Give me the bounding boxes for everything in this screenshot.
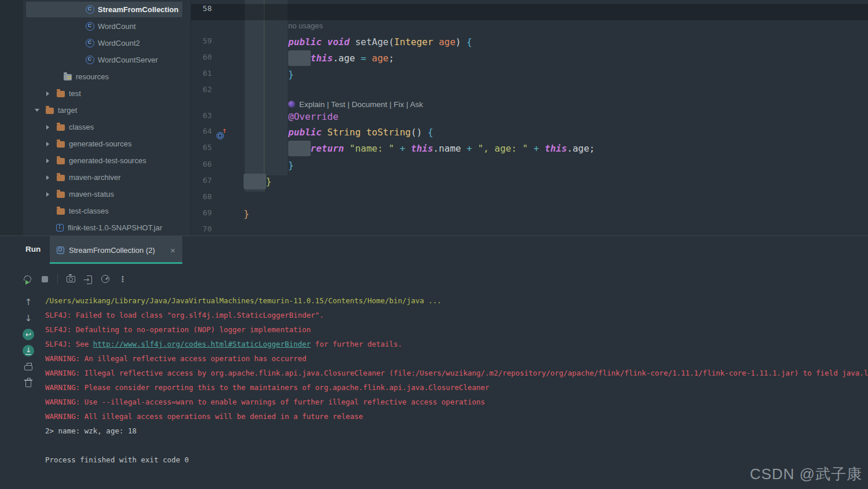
printer-icon	[24, 365, 32, 370]
console-toolbar: ↑ ↓ ↩ ↓	[22, 294, 35, 391]
folder-icon	[56, 190, 65, 198]
chevron-right-icon[interactable]	[44, 175, 52, 180]
console-line: WARNING: Illegal reflective access by or…	[45, 366, 868, 380]
run-panel-title: Run	[25, 245, 41, 253]
code-editor[interactable]: 58596061626364656667686970 no usages Exp…	[191, 0, 868, 236]
tree-item[interactable]: CStreamFromCollection	[0, 1, 190, 18]
code-line: }	[244, 208, 249, 225]
class-icon: C	[85, 39, 94, 47]
tree-item-label: generated-test-sources	[69, 156, 146, 165]
console-line: WARNING: An illegal reflective access op…	[45, 351, 868, 366]
console-line	[45, 438, 868, 453]
down-stack-button[interactable]: ↓	[22, 310, 35, 326]
line-number: 61	[191, 69, 212, 85]
tree-item[interactable]: CWordCountServer	[0, 52, 190, 68]
line-number: 59	[191, 36, 212, 53]
tree-item[interactable]: resources	[0, 68, 190, 85]
folder-icon	[56, 123, 65, 131]
tree-item[interactable]: maven-archiver	[0, 169, 190, 186]
soft-wrap-button[interactable]: ↩	[22, 326, 35, 343]
folder-icon	[56, 140, 65, 148]
up-stack-button[interactable]: ↑	[22, 294, 35, 310]
tree-item[interactable]: CWordCount	[0, 18, 190, 35]
tree-item[interactable]: test	[0, 85, 190, 102]
run-tab-label: StreamFromCollection (2)	[69, 246, 155, 255]
tree-item[interactable]: test-classes	[0, 203, 190, 219]
tree-item[interactable]: generated-sources	[0, 135, 190, 152]
tree-item-label: resources	[76, 72, 109, 81]
tree-item[interactable]: flink-test-1.0-SNAPSHOT.jar	[0, 219, 190, 236]
jar-icon	[55, 224, 64, 231]
code-line: }	[244, 176, 271, 192]
scroll-to-end-button[interactable]: ↓	[22, 343, 35, 359]
more-options-button[interactable]	[115, 271, 130, 286]
resources-folder-icon	[63, 73, 72, 80]
tree-item[interactable]: maven-status	[0, 186, 190, 203]
tree-item-label: flink-test-1.0-SNAPSHOT.jar	[68, 223, 162, 232]
profiler-button[interactable]	[98, 271, 113, 286]
console-line: WARNING: Use --illegal-access=warn to en…	[45, 395, 868, 409]
override-method-gutter-icon[interactable]	[216, 130, 227, 140]
line-number: 62	[191, 85, 212, 101]
rerun-button[interactable]	[20, 271, 35, 286]
console-output[interactable]: /Users/wuzikang/Library/Java/JavaVirtual…	[45, 293, 868, 489]
chevron-right-icon[interactable]	[44, 125, 52, 130]
trash-icon	[25, 381, 31, 387]
console-link[interactable]: http://www.slf4j.org/codes.html#StaticLo…	[93, 340, 311, 348]
code-area[interactable]: } public void setAge(Integer age) { this…	[244, 0, 868, 236]
chevron-right-icon[interactable]	[44, 159, 52, 163]
run-config-icon	[57, 247, 64, 254]
print-button[interactable]	[22, 359, 35, 375]
class-icon: C	[85, 5, 94, 14]
code-line: public String toString() {	[244, 127, 433, 143]
jump-to-source-button[interactable]	[80, 271, 95, 286]
folder-icon	[56, 174, 65, 181]
soft-wrap-icon: ↩	[23, 329, 34, 340]
console-line: SLF4J: See http://www.slf4j.org/codes.ht…	[45, 337, 868, 351]
tree-item-label: target	[58, 106, 77, 115]
tree-item[interactable]: target	[0, 102, 190, 119]
stop-button[interactable]	[37, 271, 52, 286]
code-line: public void setAge(Integer age) {	[244, 36, 472, 53]
project-tree: CStreamFromCollectionCWordCountCWordCoun…	[0, 1, 190, 236]
code-line: this.age = age;	[244, 53, 394, 69]
code-line: @Override	[244, 111, 339, 127]
tree-item-label: WordCount	[98, 22, 136, 31]
line-number: 65	[191, 143, 212, 159]
line-number: 58	[191, 4, 212, 20]
close-tab-icon[interactable]: ×	[170, 246, 175, 255]
tree-item-label: WordCountServer	[98, 56, 158, 64]
run-tab[interactable]: StreamFromCollection (2) ×	[50, 236, 182, 264]
project-sidebar: CStreamFromCollectionCWordCountCWordCoun…	[0, 0, 191, 236]
tree-item-label: StreamFromCollection	[98, 5, 178, 14]
console-line: WARNING: All illegal access operations w…	[45, 409, 868, 424]
editor-gutter[interactable]: 58596061626364656667686970	[191, 0, 243, 236]
line-number: 60	[191, 53, 212, 69]
tree-item-label: maven-archiver	[69, 173, 121, 182]
chevron-right-icon[interactable]	[44, 192, 52, 197]
code-line: }	[244, 0, 294, 4]
folder-icon	[45, 106, 54, 114]
chevron-right-icon[interactable]	[44, 91, 52, 96]
clear-console-button[interactable]	[22, 375, 35, 391]
line-number: 68	[191, 192, 212, 208]
console-line: WARNING: Please consider reporting this …	[45, 380, 868, 395]
line-number: 66	[191, 160, 212, 176]
console-line: Process finished with exit code 0	[45, 453, 868, 467]
arrow-into-box-icon	[84, 275, 92, 283]
tree-item[interactable]: CWordCount2	[0, 35, 190, 52]
tree-item[interactable]: generated-test-sources	[0, 152, 190, 169]
folder-icon	[56, 90, 65, 97]
camera-icon	[67, 276, 75, 282]
line-number: 69	[191, 208, 212, 225]
tree-item[interactable]: classes	[0, 119, 190, 135]
line-number: 63	[191, 111, 212, 127]
folder-icon	[56, 207, 65, 215]
tree-item-label: classes	[69, 123, 94, 131]
thread-dump-button[interactable]	[63, 271, 78, 286]
run-toolbar	[20, 271, 130, 286]
chevron-down-icon[interactable]	[33, 109, 41, 112]
chevron-right-icon[interactable]	[44, 142, 52, 146]
watermark: CSDN @武子康	[750, 464, 862, 484]
folder-icon	[56, 157, 65, 164]
